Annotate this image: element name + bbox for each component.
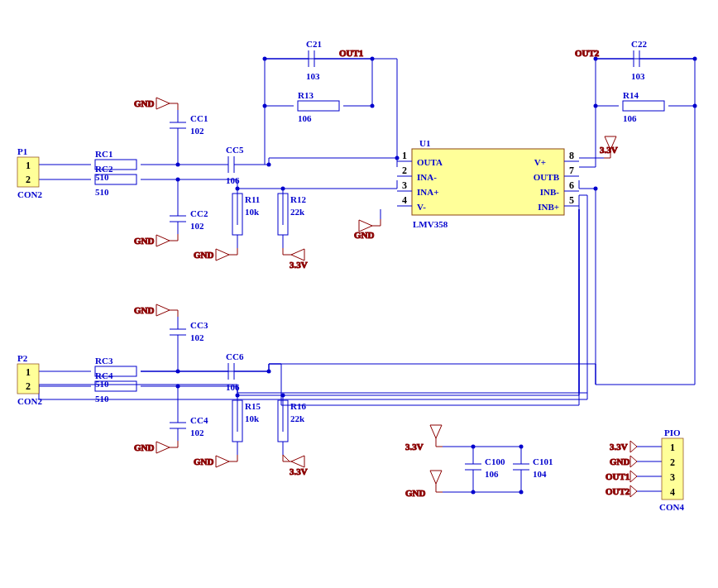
svg-text:5: 5 xyxy=(569,194,574,206)
svg-text:R16: R16 xyxy=(290,401,306,411)
svg-point-21 xyxy=(519,490,524,495)
svg-text:GND: GND xyxy=(354,230,375,240)
svg-text:2: 2 xyxy=(26,380,31,392)
svg-text:GND: GND xyxy=(610,457,630,466)
svg-text:GND: GND xyxy=(134,442,155,452)
svg-text:CC5: CC5 xyxy=(226,145,244,155)
svg-text:102: 102 xyxy=(190,428,204,437)
svg-text:1: 1 xyxy=(26,160,31,171)
svg-text:3: 3 xyxy=(670,471,675,483)
conn-p1: P1CON2 12 xyxy=(17,146,42,199)
svg-text:2: 2 xyxy=(402,165,407,176)
svg-point-11 xyxy=(693,57,697,61)
svg-text:CC2: CC2 xyxy=(190,208,208,218)
svg-point-1 xyxy=(176,178,180,182)
svg-text:R14: R14 xyxy=(623,90,639,100)
svg-point-15 xyxy=(176,385,180,389)
svg-point-17 xyxy=(281,394,285,398)
svg-text:P1: P1 xyxy=(17,146,27,156)
svg-text:6: 6 xyxy=(569,179,574,191)
svg-text:10k: 10k xyxy=(245,414,260,423)
svg-text:10k: 10k xyxy=(245,207,260,217)
svg-text:R13: R13 xyxy=(298,90,314,100)
svg-text:4: 4 xyxy=(402,194,407,206)
svg-text:RC3: RC3 xyxy=(95,356,113,366)
svg-text:PIO: PIO xyxy=(664,428,681,437)
svg-text:CC6: CC6 xyxy=(226,351,244,361)
svg-point-18 xyxy=(471,445,476,449)
svg-text:GND: GND xyxy=(194,457,214,466)
svg-text:CC1: CC1 xyxy=(190,113,208,123)
svg-text:GND: GND xyxy=(134,236,155,246)
svg-text:3.3V: 3.3V xyxy=(405,442,424,452)
svg-text:RC1: RC1 xyxy=(95,149,112,159)
svg-text:2: 2 xyxy=(26,174,31,185)
svg-point-8 xyxy=(594,104,598,108)
svg-point-0 xyxy=(176,163,180,167)
cap-cc1: CC1102 xyxy=(170,110,208,136)
svg-text:106: 106 xyxy=(298,113,312,123)
svg-text:R11: R11 xyxy=(245,194,260,204)
svg-text:C101: C101 xyxy=(533,457,553,466)
svg-text:CON2: CON2 xyxy=(17,189,42,199)
svg-text:OUTB: OUTB xyxy=(534,172,560,182)
svg-text:C100: C100 xyxy=(485,457,505,466)
svg-text:INB-: INB- xyxy=(540,187,560,197)
svg-text:RC2: RC2 xyxy=(95,164,113,174)
svg-text:3.3V: 3.3V xyxy=(610,442,628,452)
svg-text:OUT1: OUT1 xyxy=(339,48,363,58)
svg-text:22k: 22k xyxy=(290,207,305,217)
res-r15: R1510k xyxy=(232,400,261,442)
svg-point-14 xyxy=(176,370,180,374)
svg-text:OUT2: OUT2 xyxy=(606,486,630,496)
svg-text:C22: C22 xyxy=(631,39,647,49)
svg-text:INA+: INA+ xyxy=(417,187,438,197)
svg-text:R12: R12 xyxy=(290,194,306,204)
svg-text:510: 510 xyxy=(95,187,109,197)
svg-point-22 xyxy=(267,163,271,167)
cap-c22: C22103 xyxy=(618,39,655,81)
cap-cc4: CC4102 xyxy=(170,415,208,441)
svg-text:INB+: INB+ xyxy=(538,202,559,212)
svg-text:1: 1 xyxy=(670,442,675,453)
svg-point-4 xyxy=(263,104,267,108)
svg-point-19 xyxy=(519,445,524,449)
svg-text:3: 3 xyxy=(402,179,407,191)
svg-text:R15: R15 xyxy=(245,401,261,411)
svg-text:8: 8 xyxy=(569,150,574,161)
svg-text:103: 103 xyxy=(631,71,645,81)
res-r13: R13106 xyxy=(298,90,339,123)
cap-c21: C21103 xyxy=(294,39,330,81)
res-r12: R1222k xyxy=(278,194,306,235)
res-r11: R1110k xyxy=(232,194,260,235)
svg-text:3.3V: 3.3V xyxy=(290,466,308,476)
conn-p2: P2CON2 12 xyxy=(17,353,42,406)
svg-text:1: 1 xyxy=(26,366,31,378)
svg-point-20 xyxy=(471,490,476,495)
svg-rect-60 xyxy=(298,101,339,111)
svg-point-7 xyxy=(371,57,375,61)
ic-ref: U1 xyxy=(419,138,430,148)
res-r16: R1622k xyxy=(278,400,306,442)
svg-text:1: 1 xyxy=(402,150,407,161)
svg-point-9 xyxy=(693,104,697,108)
svg-text:103: 103 xyxy=(306,71,320,81)
svg-text:104: 104 xyxy=(533,469,547,479)
svg-text:106: 106 xyxy=(623,113,637,123)
svg-text:3.3V: 3.3V xyxy=(600,145,618,155)
res-r14: R14106 xyxy=(623,90,664,123)
svg-text:510: 510 xyxy=(95,394,109,404)
svg-point-2 xyxy=(236,187,240,191)
svg-text:CON4: CON4 xyxy=(659,502,684,512)
svg-point-12 xyxy=(594,187,598,191)
svg-text:22k: 22k xyxy=(290,414,305,423)
cap-cc2: CC2102 xyxy=(170,208,208,234)
svg-text:102: 102 xyxy=(190,332,204,342)
conn-pio: PIOCON4 1234 xyxy=(659,428,684,512)
svg-text:CC3: CC3 xyxy=(190,320,208,330)
svg-point-6 xyxy=(263,57,267,61)
svg-text:102: 102 xyxy=(190,221,204,231)
svg-text:RC4: RC4 xyxy=(95,370,113,380)
svg-point-13 xyxy=(395,156,400,160)
svg-point-23 xyxy=(267,370,271,374)
